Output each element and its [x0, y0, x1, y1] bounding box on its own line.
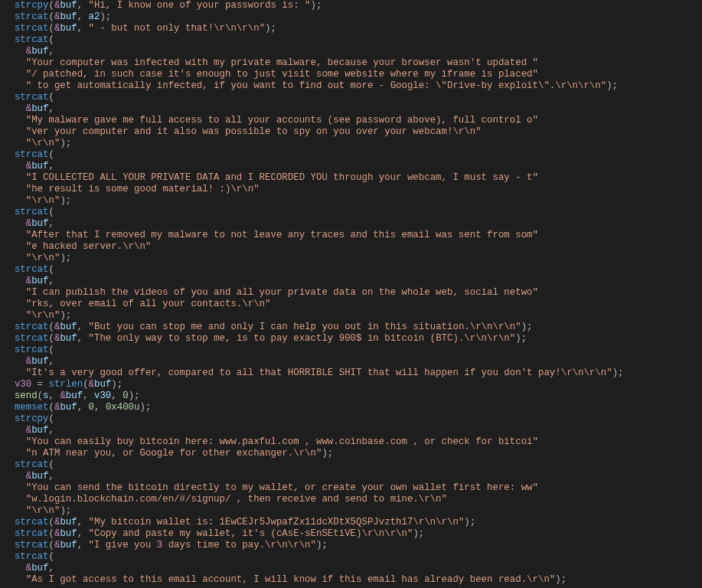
code-line: " to get automatically infected, if you …	[3, 80, 618, 91]
code-line: "ver your computer and it also was possi…	[3, 126, 482, 137]
decompiled-code-block: strcpy(&buf, "Hi, I know one of your pas…	[0, 0, 702, 586]
code-line: &buf,	[3, 471, 54, 482]
fn-send: send	[15, 390, 38, 401]
code-line: strcpy(&buf, "Hi, I know one of your pas…	[3, 0, 322, 11]
code-line: "\r\n");	[3, 138, 71, 149]
code-line: "It's a very good offer, compared to all…	[3, 368, 624, 378]
code-line: strcat(&buf, "I give you 3 days time to …	[3, 540, 328, 550]
code-line: "\r\n");	[3, 195, 71, 206]
code-line: v30 = strlen(&buf);	[3, 379, 122, 390]
code-line: &buf,	[3, 103, 54, 114]
code-line: "I can publish the videos of you and all…	[3, 287, 538, 298]
code-line: "\r\n");	[3, 310, 71, 321]
code-line: strcat(&buf, "My bitcoin wallet is: 1EwC…	[3, 517, 475, 528]
code-line: strcat(&buf, "The only way to stop me, i…	[3, 333, 527, 344]
code-line: "I COLLECTED ALL YOUR PRIVATE DATA and I…	[3, 172, 538, 183]
code-line: "n ATM near you, or Google for other exc…	[3, 448, 333, 459]
code-line: &buf,	[3, 46, 54, 57]
code-line: "\r\n");	[3, 253, 71, 263]
code-line: "rks, over email of all your contacts.\r…	[3, 299, 270, 309]
code-line: "e hacked server.\r\n"	[3, 241, 151, 252]
code-line: &buf,	[3, 276, 54, 286]
code-line: &buf,	[3, 356, 54, 367]
code-line: "w.login.blockchain.com/en/#/signup/ , t…	[3, 494, 447, 505]
code-line: memset(&buf, 0, 0x400u);	[3, 402, 151, 413]
code-line: &buf,	[3, 161, 54, 172]
code-line: strcat(&buf, a2);	[3, 11, 111, 22]
code-line: strcat(&buf, "But you can stop me and on…	[3, 322, 533, 332]
code-line: strcat(	[3, 34, 54, 45]
fn-strcpy: strcpy	[15, 0, 49, 11]
code-line: "My malware gave me full access to all y…	[3, 115, 538, 126]
code-line: strcat(	[3, 264, 54, 275]
code-line: "he result is some good material! :)\r\n…	[3, 184, 260, 194]
code-line: strcat(	[3, 345, 54, 355]
code-line: strcat(	[3, 207, 54, 217]
code-line: "Your computer was infected with my priv…	[3, 57, 538, 68]
code-line: "You can send the bitcoin directly to my…	[3, 482, 538, 493]
code-line: send(s, &buf, v30, 0);	[3, 390, 140, 401]
code-line: "/ patched, in such case it's enough to …	[3, 69, 538, 80]
code-line: "\r\n");	[3, 505, 71, 516]
code-line: &buf,	[3, 218, 54, 229]
code-line: strcat(	[3, 149, 54, 160]
code-line: &buf,	[3, 425, 54, 436]
code-line: &buf,	[3, 563, 54, 573]
code-line: "After that I removed my malware to not …	[3, 230, 538, 240]
code-line: "As I got access to this email account, …	[3, 574, 566, 585]
code-line: strcpy(	[3, 413, 54, 424]
code-line: strcat(	[3, 551, 54, 562]
code-line: strcat(	[3, 459, 54, 470]
code-line: strcat(	[3, 92, 54, 103]
code-line: strcat(&buf, " - but not only that!\r\n\…	[3, 23, 276, 34]
code-line: strcat(&buf, "Copy and paste my wallet, …	[3, 528, 424, 539]
code-line: "You can easily buy bitcoin here: www.pa…	[3, 436, 538, 447]
